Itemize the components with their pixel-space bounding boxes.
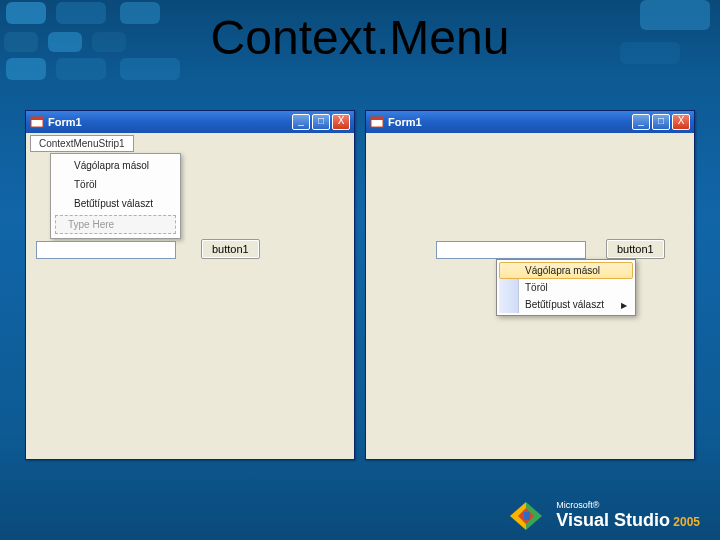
svg-rect-1 bbox=[31, 117, 43, 120]
minimize-button[interactable]: _ bbox=[632, 114, 650, 130]
designer-menu-item[interactable]: Vágólapra másol bbox=[53, 156, 178, 175]
context-menu-item[interactable]: Betűtípust választ▶ bbox=[499, 296, 633, 313]
designer-menu-item[interactable]: Betűtípust választ bbox=[53, 194, 178, 213]
context-menu-item[interactable]: Vágólapra másol bbox=[499, 262, 633, 279]
visual-studio-logo-icon bbox=[504, 498, 548, 534]
designer-menu-item[interactable]: Töröl bbox=[53, 175, 178, 194]
menu-designer[interactable]: Vágólapra másol Töröl Betűtípust választ… bbox=[50, 153, 181, 239]
product-year: 2005 bbox=[673, 515, 700, 529]
maximize-button[interactable]: □ bbox=[652, 114, 670, 130]
svg-rect-3 bbox=[371, 117, 383, 120]
window-runtime: Form1 _ □ X button1 Vágólapra másolTöröl… bbox=[365, 110, 695, 460]
context-menu-item[interactable]: Töröl bbox=[499, 279, 633, 296]
contextmenustrip-caption[interactable]: ContextMenuStrip1 bbox=[30, 135, 134, 152]
titlebar-right[interactable]: Form1 _ □ X bbox=[366, 111, 694, 133]
stage: Form1 _ □ X ContextMenuStrip1 Vágólapra … bbox=[25, 110, 695, 460]
button1[interactable]: button1 bbox=[606, 239, 665, 259]
designer-type-here[interactable]: Type Here bbox=[55, 215, 176, 234]
footer-brand: Microsoft® Visual Studio 2005 bbox=[504, 498, 700, 534]
close-button[interactable]: X bbox=[332, 114, 350, 130]
titlebar-left[interactable]: Form1 _ □ X bbox=[26, 111, 354, 133]
textbox1[interactable] bbox=[436, 241, 586, 259]
maximize-button[interactable]: □ bbox=[312, 114, 330, 130]
product-label: Visual Studio bbox=[556, 510, 670, 530]
app-icon bbox=[370, 115, 384, 129]
app-icon bbox=[30, 115, 44, 129]
button1[interactable]: button1 bbox=[201, 239, 260, 259]
submenu-arrow-icon: ▶ bbox=[621, 300, 627, 309]
close-button[interactable]: X bbox=[672, 114, 690, 130]
microsoft-label: Microsoft® bbox=[556, 501, 700, 510]
minimize-button[interactable]: _ bbox=[292, 114, 310, 130]
window-designer: Form1 _ □ X ContextMenuStrip1 Vágólapra … bbox=[25, 110, 355, 460]
context-menu[interactable]: Vágólapra másolTörölBetűtípust választ▶ bbox=[496, 259, 636, 316]
window-title: Form1 bbox=[388, 116, 632, 128]
window-title: Form1 bbox=[48, 116, 292, 128]
slide-title: Context.Menu bbox=[0, 10, 720, 65]
textbox1[interactable] bbox=[36, 241, 176, 259]
